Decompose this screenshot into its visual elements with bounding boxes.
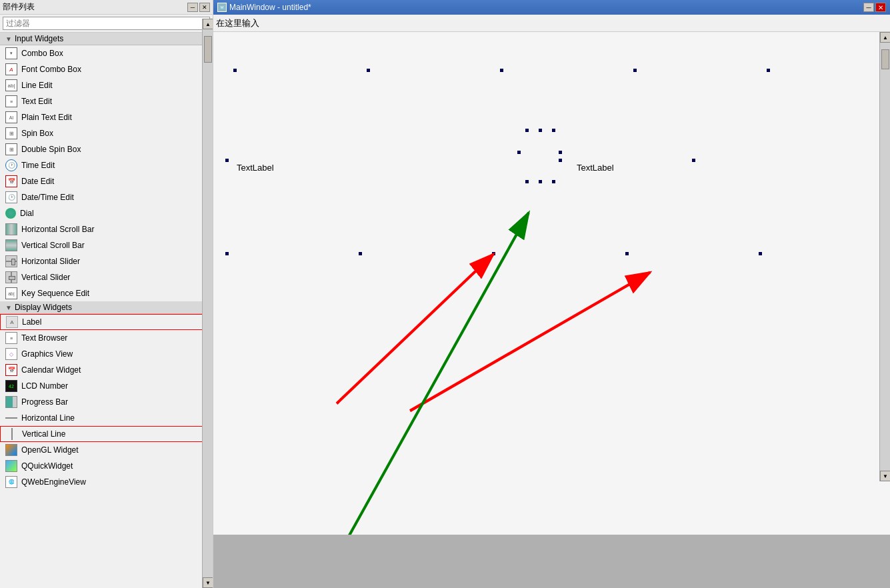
anchor-dot <box>759 252 762 255</box>
sidebar-min-button[interactable]: ─ <box>187 3 198 12</box>
sidebar-item-qquick-widget[interactable]: QQuickWidget <box>0 458 213 474</box>
horizontal-scroll-bar-icon <box>5 223 17 235</box>
sidebar-item-progress-bar[interactable]: Progress Bar <box>0 394 213 410</box>
canvas-title-left: M MainWindow - untitled* <box>217 3 311 12</box>
sidebar-item-label[interactable]: A Label <box>0 314 213 330</box>
canvas-gray-bottom <box>213 535 890 588</box>
sidebar-item-text-browser[interactable]: ≡ Text Browser <box>0 330 213 346</box>
lcd-number-label: LCD Number <box>21 381 68 391</box>
sidebar-item-double-spin-box[interactable]: ⊞ Double Spin Box <box>0 141 213 157</box>
anchor-dot <box>492 252 495 255</box>
sidebar-item-line-edit[interactable]: ab| Line Edit <box>0 77 213 93</box>
sidebar-item-opengl-widget[interactable]: OpenGL Widget <box>0 442 213 458</box>
sidebar-scroll-down[interactable]: ▼ <box>203 577 213 588</box>
qquick-widget-icon <box>5 460 17 472</box>
spin-box-label: Spin Box <box>21 129 53 138</box>
canvas-scroll-down[interactable]: ▼ <box>880 471 890 481</box>
time-edit-icon: 🕐 <box>5 159 17 171</box>
text-label-2-text: TextLabel <box>577 163 614 173</box>
sidebar-item-text-edit[interactable]: ≡ Text Edit <box>0 93 213 109</box>
sidebar-item-vertical-slider[interactable]: Vertical Slider <box>0 269 213 285</box>
anchor-dot <box>359 252 362 255</box>
sidebar-item-date-edit[interactable]: 📅 Date Edit <box>0 173 213 189</box>
date-edit-icon: 📅 <box>5 175 17 187</box>
text-edit-icon: ≡ <box>5 95 17 107</box>
qweb-engine-view-icon: 🌐 <box>5 476 17 488</box>
sidebar-scroll-thumb[interactable] <box>204 36 212 63</box>
sidebar-item-spin-box[interactable]: ⊞ Spin Box <box>0 125 213 141</box>
canvas-dotted-background: TextLabel TextLabel <box>213 32 890 535</box>
sidebar-top-buttons: ─ ✕ <box>187 3 210 12</box>
anchor-dot <box>625 252 629 255</box>
canvas-scroll-track <box>880 43 890 471</box>
combo-box-label: Combo Box <box>21 49 63 58</box>
sidebar-scrollbar[interactable]: ▲ ▼ <box>202 19 213 588</box>
key-sequence-edit-icon: ab| <box>5 287 17 299</box>
plain-text-edit-icon: AI <box>5 111 17 123</box>
display-section-label: Display Widgets <box>15 303 72 312</box>
datetime-edit-icon: 🕑 <box>5 191 17 203</box>
main-layout: 部件列表 ─ ✕ ▼ Input Widgets ▾ Combo Box A <box>0 0 890 588</box>
selection-handle <box>552 180 555 183</box>
canvas-close-button[interactable]: ✕ <box>875 3 886 12</box>
lcd-number-icon: 42 <box>5 380 17 392</box>
filter-input[interactable] <box>3 17 210 30</box>
progress-bar-icon <box>5 396 17 408</box>
font-combo-box-label: Font Combo Box <box>21 65 81 74</box>
vertical-line-label: Vertical Line <box>22 429 65 439</box>
sidebar-item-font-combo-box[interactable]: A Font Combo Box <box>0 61 213 77</box>
sidebar-item-vertical-line[interactable]: Vertical Line <box>0 426 213 442</box>
canvas-scrollbar[interactable]: ▲ ▼ <box>879 32 890 481</box>
section-header-display: ▼ Display Widgets <box>0 301 213 314</box>
sidebar-item-horizontal-line[interactable]: Horizontal Line <box>0 410 213 426</box>
anchor-dot <box>559 159 562 162</box>
selection-handle <box>539 180 542 183</box>
widget-list[interactable]: ▼ Input Widgets ▾ Combo Box A Font Combo… <box>0 33 213 588</box>
anchor-dot <box>633 69 637 72</box>
filter-row <box>0 15 213 33</box>
sidebar-item-datetime-edit[interactable]: 🕑 Date/Time Edit <box>0 189 213 205</box>
sidebar-item-calendar-widget[interactable]: 📅 Calendar Widget <box>0 362 213 378</box>
text-edit-label: Text Edit <box>21 97 52 106</box>
datetime-edit-label: Date/Time Edit <box>21 193 74 202</box>
sidebar-close-button[interactable]: ✕ <box>199 3 210 12</box>
sidebar-item-vertical-scroll-bar[interactable]: Vertical Scroll Bar <box>0 237 213 253</box>
sidebar-item-dial[interactable]: Dial <box>0 205 213 221</box>
text-browser-label: Text Browser <box>21 333 67 343</box>
vertical-scroll-bar-label: Vertical Scroll Bar <box>21 241 85 250</box>
section-header-input: ▼ Input Widgets <box>0 33 213 45</box>
canvas-scroll-up[interactable]: ▲ <box>880 32 890 43</box>
line-edit-label: Line Edit <box>21 81 53 90</box>
sidebar-item-key-sequence-edit[interactable]: ab| Key Sequence Edit <box>0 285 213 301</box>
canvas-toolbar-text: 在这里输入 <box>216 17 259 29</box>
vertical-slider-icon <box>5 271 17 283</box>
qweb-engine-view-label: QWebEngineView <box>21 477 86 487</box>
font-combo-box-icon: A <box>5 63 17 75</box>
sidebar-item-qweb-engine-view[interactable]: 🌐 QWebEngineView <box>0 474 213 490</box>
graphics-view-label: Graphics View <box>21 349 73 359</box>
sidebar-item-graphics-view[interactable]: ◇ Graphics View <box>0 346 213 362</box>
canvas-scroll-thumb[interactable] <box>881 49 889 69</box>
text-label-1[interactable]: TextLabel <box>237 163 274 173</box>
canvas-window-icon: M <box>217 3 227 12</box>
line-edit-icon: ab| <box>5 79 17 91</box>
input-section-label: Input Widgets <box>15 34 63 43</box>
canvas-min-button[interactable]: ─ <box>863 3 874 12</box>
anchor-dot <box>692 159 695 162</box>
canvas-drawing-area[interactable]: TextLabel TextLabel <box>213 32 890 588</box>
anchor-dot <box>225 252 229 255</box>
sidebar-item-horizontal-scroll-bar[interactable]: Horizontal Scroll Bar <box>0 221 213 237</box>
double-spin-box-icon: ⊞ <box>5 143 17 155</box>
selection-handle <box>517 151 521 154</box>
sidebar-item-lcd-number[interactable]: 42 LCD Number <box>0 378 213 394</box>
sidebar-item-horizontal-slider[interactable]: Horizontal Slider <box>0 253 213 269</box>
horizontal-line-label: Horizontal Line <box>21 413 75 423</box>
sidebar-item-time-edit[interactable]: 🕐 Time Edit <box>0 157 213 173</box>
text-label-2[interactable]: TextLabel <box>577 163 614 173</box>
date-edit-label: Date Edit <box>21 177 54 186</box>
sidebar-scroll-up[interactable]: ▲ <box>203 19 213 29</box>
qquick-widget-label: QQuickWidget <box>21 461 73 471</box>
sidebar-item-plain-text-edit[interactable]: AI Plain Text Edit <box>0 109 213 125</box>
sidebar-item-combo-box[interactable]: ▾ Combo Box <box>0 45 213 61</box>
opengl-widget-icon <box>5 444 17 456</box>
